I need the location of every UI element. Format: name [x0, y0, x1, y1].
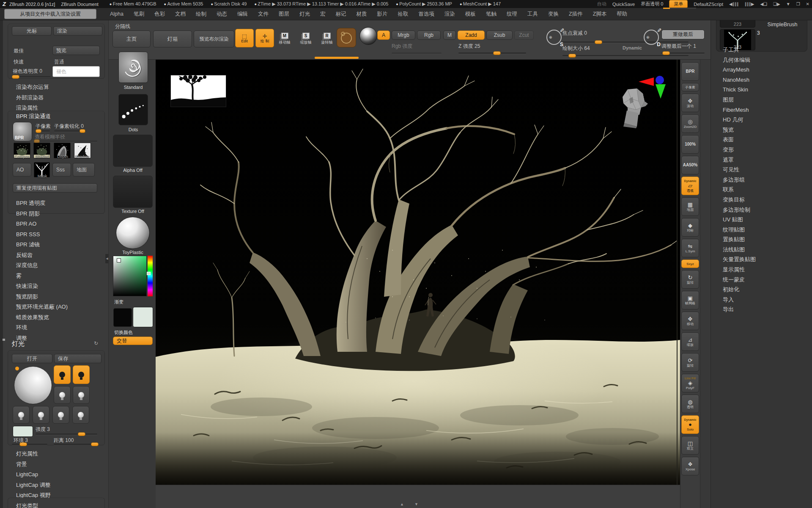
view-blur-slider[interactable] — [34, 141, 97, 142]
menu-17[interactable]: 模板 — [460, 8, 481, 20]
ui-transparency-track[interactable] — [663, 8, 696, 9]
mode-m-button[interactable]: M — [443, 30, 456, 40]
panel-collapse-arrow[interactable]: ◀ — [105, 254, 109, 263]
bpr-button[interactable]: BPR — [13, 122, 32, 141]
light-toggle-4[interactable] — [73, 386, 90, 404]
light-intensity-slider[interactable] — [36, 433, 97, 435]
light-section-3[interactable]: LightCap 调整 — [0, 480, 109, 491]
close-icon[interactable]: ✕ — [806, 2, 809, 6]
edit-button[interactable]: ⬚ Edit — [235, 29, 254, 47]
menu-0[interactable]: Alpha — [105, 8, 129, 20]
menu-13[interactable]: 影片 — [372, 8, 392, 20]
tool-section-8[interactable]: 预览 — [711, 125, 812, 135]
menu-23[interactable]: Z脚本 — [588, 8, 612, 20]
ambient-nub[interactable] — [19, 442, 27, 446]
main-color-swatch[interactable] — [113, 308, 132, 327]
light-section-1[interactable]: 背景 — [0, 459, 109, 470]
light-save-button[interactable]: 保存 — [54, 354, 102, 363]
divider-right-icon[interactable]: ∥∥∥▶ — [745, 2, 754, 6]
render-section-2[interactable]: BPR AO — [0, 219, 109, 229]
menu-8[interactable]: 图层 — [274, 8, 294, 20]
menu-11[interactable]: 标记 — [330, 8, 351, 20]
render-section-1[interactable]: BPR 阴影 — [0, 209, 109, 219]
stroke-thumbnail[interactable] — [118, 94, 148, 125]
shelf-ghost-button[interactable]: ◫双立 — [681, 436, 699, 455]
shelf-rotate-button[interactable]: ⟳旋转 — [681, 353, 699, 372]
tool-section-10[interactable]: 变形 — [711, 145, 812, 155]
quicksave-button[interactable]: QuickSave — [612, 2, 635, 7]
render-section-12[interactable]: 环境 — [0, 323, 109, 333]
render-section-4[interactable]: BPR 滤镜 — [0, 240, 109, 250]
material-thumbnail[interactable] — [116, 217, 150, 249]
shelf-scale-button[interactable]: ⊿缩放 — [681, 332, 699, 351]
restore-icon[interactable]: ❐ — [796, 2, 800, 6]
render-tab[interactable]: 渲染 — [53, 26, 102, 36]
render-section-3[interactable]: BPR SSS — [0, 229, 109, 240]
shelf-xpose-button[interactable]: ❖Xpose — [681, 457, 699, 475]
light-toggle-5[interactable] — [13, 406, 30, 424]
menu-12[interactable]: 材质 — [351, 8, 372, 20]
mode-zcut-button[interactable]: Zcut — [514, 30, 534, 40]
light-section-0[interactable]: 灯光属性 — [0, 449, 109, 459]
fade-opacity-nub[interactable] — [12, 75, 19, 79]
light-open-button[interactable]: 打开 — [12, 354, 52, 363]
menu-15[interactable]: 首选项 — [413, 8, 439, 20]
ambient-slider[interactable] — [12, 444, 47, 445]
tool-section-18[interactable]: 纹理贴图 — [711, 225, 812, 235]
menu-6[interactable]: 编辑 — [232, 8, 253, 20]
shelf-bpr-button[interactable]: BPR — [681, 62, 699, 81]
light-toggle-6[interactable] — [33, 406, 49, 424]
light-position-dot[interactable] — [15, 367, 19, 370]
light-toggle-7[interactable] — [52, 406, 69, 424]
load-render-settings-button[interactable]: 从项目文件中载入渲染设置 — [4, 9, 96, 19]
render-section-10[interactable]: 预览环境光遮蔽 (AO) — [0, 302, 109, 312]
menu-7[interactable]: 文件 — [253, 8, 274, 20]
light-intensity-nub[interactable] — [78, 432, 85, 436]
document-canvas[interactable] — [156, 60, 680, 485]
render-section-7[interactable]: 雾 — [0, 271, 109, 282]
shelf-floor-button[interactable]: ▦地面 — [681, 197, 699, 216]
distance-slider[interactable] — [54, 444, 98, 445]
tool-section-7[interactable]: HD 几何 — [711, 115, 812, 125]
fade-opacity-slider[interactable] — [12, 76, 51, 77]
shelf-spix-button[interactable]: 子像素 — [681, 83, 699, 91]
tool-section-11[interactable]: 遮罩 — [711, 155, 812, 165]
preview-boolean-button[interactable]: 预览布尔渲染 — [194, 30, 234, 47]
tool-section-9[interactable]: 表面 — [711, 135, 812, 145]
z-intensity-nub[interactable] — [493, 51, 501, 55]
tool-section-19[interactable]: 置换贴图 — [711, 235, 812, 245]
preview-button[interactable]: 预览 — [52, 46, 100, 55]
mode-zadd-button[interactable]: Zadd — [458, 30, 485, 40]
menu-9[interactable]: 灯光 — [294, 8, 315, 20]
tool-section-22[interactable]: 显示属性 — [711, 265, 812, 275]
light-toggle-3[interactable] — [54, 386, 71, 404]
tool-section-12[interactable]: 可见性 — [711, 165, 812, 175]
ui-transparency-slider[interactable]: 界面透明 0 — [641, 1, 663, 7]
normal-button[interactable]: 普通 — [54, 58, 64, 66]
tile-left-icon[interactable]: ◀❏ — [760, 2, 767, 6]
render-section-8[interactable]: 快速渲染 — [0, 281, 109, 292]
light-refresh-icon[interactable]: ↻ — [94, 340, 98, 346]
hue-strip[interactable] — [148, 256, 153, 296]
render-section-0[interactable]: BPR 透明度 — [0, 198, 109, 209]
tool-section-17[interactable]: UV 贴图 — [711, 215, 812, 225]
lightbox-button[interactable]: 灯箱 — [153, 30, 192, 47]
shelf-frame-button[interactable]: ▣帧网格 — [681, 291, 699, 309]
tool-section-4[interactable]: Thick Skin — [711, 85, 812, 95]
tool-section-20[interactable]: 法线贴图 — [711, 245, 812, 255]
secondary-color-swatch[interactable] — [133, 307, 153, 327]
adjust-last-slider[interactable] — [661, 52, 705, 54]
light-toggle-1[interactable] — [54, 365, 71, 384]
subpixel-sharpen-nub[interactable] — [80, 129, 85, 133]
render-section-0[interactable]: 渲染布尔运算 — [0, 82, 109, 93]
shelf-spin-button[interactable]: ↻旋转 — [681, 270, 699, 289]
focal-shift-nub[interactable] — [595, 40, 602, 44]
draw-size-nub[interactable] — [568, 54, 576, 58]
tool-section-13[interactable]: 多边形组 — [711, 175, 812, 185]
redo-last-button[interactable]: 重做最后 — [661, 30, 705, 39]
menu-24[interactable]: 帮助 — [612, 8, 632, 20]
subpixel-nub[interactable] — [36, 129, 41, 133]
document-thumbnail[interactable] — [171, 75, 226, 107]
home-button[interactable]: 主页 — [112, 30, 151, 47]
current-material-button[interactable] — [359, 27, 377, 45]
